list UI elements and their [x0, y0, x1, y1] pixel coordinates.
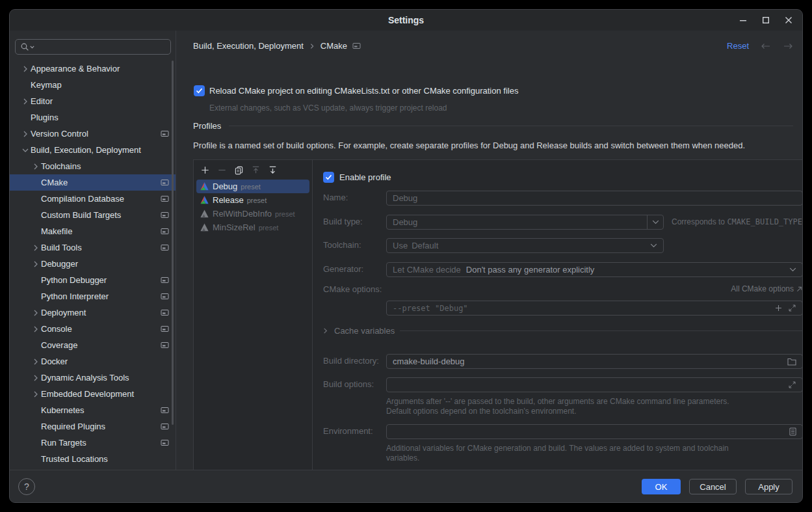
in-editor-settings-icon [161, 325, 169, 333]
sidebar-item-python-debugger[interactable]: Python Debugger [10, 272, 176, 288]
chevron-right-icon [30, 243, 41, 253]
environment-field [386, 424, 803, 439]
apply-button[interactable]: Apply [745, 479, 792, 494]
sidebar-item-editor[interactable]: Editor [10, 93, 176, 109]
reset-button[interactable]: Reset [727, 41, 749, 51]
sidebar-item-label: Toolchains [41, 161, 81, 171]
window-title: Settings [388, 15, 424, 25]
profiles-section-title: Profiles [193, 121, 221, 131]
ok-button[interactable]: OK [642, 479, 681, 494]
sidebar-item-label: Editor [31, 96, 53, 106]
sidebar-item-console[interactable]: Console [10, 321, 176, 337]
sidebar-item-label: Deployment [41, 308, 86, 317]
profile-tag: preset [241, 183, 261, 191]
name-field: Debug [386, 191, 803, 206]
help-button[interactable]: ? [18, 478, 35, 495]
expand-field-icon [788, 381, 796, 389]
folder-icon [787, 358, 796, 366]
footer-buttons: OK Cancel Apply [642, 479, 792, 494]
cmake-options-field: --preset "Debug" [386, 301, 803, 316]
all-cmake-options-link[interactable]: All CMake options [731, 284, 802, 293]
profiles-section-header: Profiles [193, 121, 793, 131]
expand-field-icon [788, 304, 796, 312]
sidebar-item-label: CMake [41, 178, 68, 187]
sidebar-item-required-plugins[interactable]: Required Plugins [10, 418, 176, 435]
sidebar-item-build-execution-deployment[interactable]: Build, Execution, Deployment [10, 142, 176, 158]
in-editor-settings-icon [161, 227, 169, 236]
cancel-button[interactable]: Cancel [689, 479, 737, 494]
search-input[interactable] [15, 39, 171, 55]
close-icon[interactable] [784, 16, 793, 25]
sidebar-scrollbar[interactable] [172, 61, 174, 425]
move-down-button[interactable] [267, 165, 278, 175]
profiles-description: Profile is a named set of build options.… [193, 141, 745, 150]
sidebar-item-deployment[interactable]: Deployment [10, 304, 176, 321]
build-options-help-1: Arguments after '--' are passed to the b… [386, 397, 729, 406]
chevron-right-icon [30, 308, 41, 318]
chevron-right-icon [30, 259, 41, 269]
sidebar-item-label: Version Control [31, 129, 88, 139]
sidebar-item-cmake[interactable]: CMake [10, 174, 176, 191]
toolchain-value: Default [412, 241, 438, 250]
build-options-label: Build options: [323, 377, 374, 392]
maximize-icon[interactable] [761, 16, 770, 25]
sidebar-item-run-targets[interactable]: Run Targets [10, 435, 176, 451]
sidebar-item-toolchains[interactable]: Toolchains [10, 158, 176, 174]
profile-item-debug[interactable]: Debug preset [196, 180, 309, 193]
sidebar-item-version-control[interactable]: Version Control [10, 126, 176, 142]
build-type-note: Corresponds to CMAKE_BUILD_TYPE [672, 215, 802, 230]
sidebar-item-custom-build-targets[interactable]: Custom Build Targets [10, 207, 176, 223]
cmake-logo-disabled-icon [200, 222, 209, 232]
sidebar-item-keymap[interactable]: Keymap [10, 77, 176, 93]
sidebar-item-kubernetes[interactable]: Kubernetes [10, 402, 176, 418]
sidebar-item-label: Keymap [31, 80, 62, 90]
copy-profile-button[interactable] [233, 165, 244, 175]
environment-label: Environment: [323, 424, 373, 438]
sidebar-item-coverage[interactable]: Coverage [10, 337, 176, 353]
variables-list-icon [789, 427, 796, 436]
sidebar-item-docker[interactable]: Docker [10, 353, 176, 370]
add-profile-button[interactable] [200, 165, 210, 175]
profile-item-minsizerel[interactable]: MinSizeRel preset [196, 221, 309, 234]
sidebar-item-label: Compilation Database [41, 194, 124, 204]
chevron-right-icon [20, 64, 31, 74]
sidebar-item-appearance-behavior[interactable]: Appearance & Behavior [10, 61, 176, 77]
breadcrumb-root[interactable]: Build, Execution, Deployment [193, 41, 304, 51]
breadcrumb-current: CMake [321, 41, 347, 51]
sidebar-item-embedded-development[interactable]: Embedded Development [10, 386, 176, 402]
header-actions: Reset [727, 41, 793, 51]
sidebar-item-python-interpreter[interactable]: Python Interpreter [10, 288, 176, 304]
forward-arrow-icon [783, 42, 793, 50]
sidebar-item-label: Plugins [31, 113, 59, 122]
build-type-value: Debug [393, 217, 417, 227]
chevron-right-icon [30, 357, 41, 367]
sidebar-item-plugins[interactable]: Plugins [10, 109, 176, 126]
profile-name: MinSizeRel [213, 222, 255, 232]
build-type-select: Debug [386, 215, 664, 230]
minimize-icon[interactable] [739, 16, 748, 25]
in-editor-settings-icon [161, 178, 169, 187]
sidebar-item-label: Run Targets [41, 438, 86, 448]
profile-item-release[interactable]: Release preset [196, 193, 309, 207]
sidebar-item-makefile[interactable]: Makefile [10, 223, 176, 239]
note-text: Corresponds to [672, 217, 725, 226]
sidebar-item-build-tools[interactable]: Build Tools [10, 239, 176, 256]
sidebar-item-trusted-locations[interactable]: Trusted Locations [10, 451, 176, 467]
sidebar-item-label: Python Debugger [41, 275, 107, 285]
sidebar-item-debugger[interactable]: Debugger [10, 256, 176, 272]
sidebar-item-label: Python Interpreter [41, 291, 109, 301]
profile-list: Debug preset Release preset RelWithDebIn… [194, 160, 313, 491]
sidebar-item-compilation-database[interactable]: Compilation Database [10, 191, 176, 207]
chevron-right-icon [30, 389, 41, 399]
enable-profile-checkbox[interactable]: Enable profile [323, 172, 391, 183]
in-editor-settings-icon [161, 406, 169, 414]
generator-desc: Don't pass any generator explicitly [466, 265, 595, 275]
profile-tag: preset [259, 224, 279, 232]
profile-form: Enable profile Name: Debug Build type: D… [313, 160, 803, 491]
sidebar-item-dynamic-analysis-tools[interactable]: Dynamic Analysis Tools [10, 370, 176, 386]
profile-item-relwithdebinfo[interactable]: RelWithDebInfo preset [196, 207, 309, 221]
all-cmake-options-text: All CMake options [731, 284, 794, 293]
sidebar-item-label: Kubernetes [41, 405, 85, 415]
reload-cmake-checkbox[interactable]: Reload CMake project on editing CMakeLis… [194, 85, 518, 96]
move-up-button [250, 165, 261, 175]
